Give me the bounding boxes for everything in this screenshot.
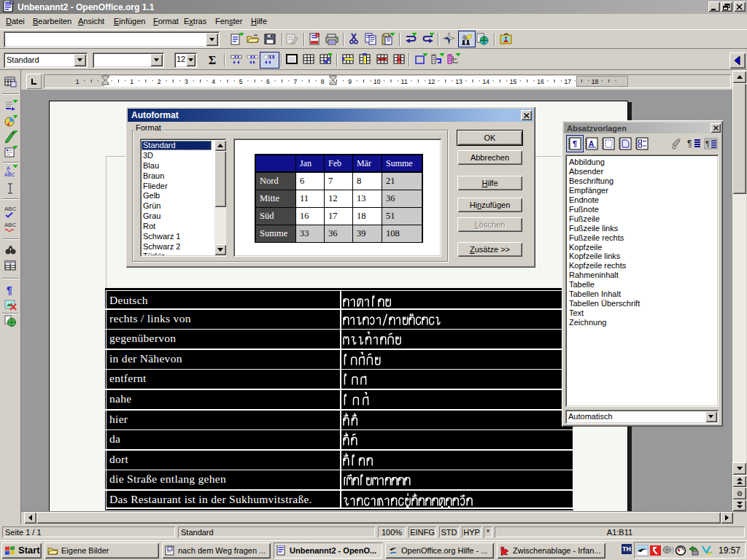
svg-text:3: 3 (185, 78, 188, 85)
svg-text:¶: ¶ (7, 284, 12, 296)
svg-text:1: 1 (130, 78, 133, 85)
svg-text:5: 5 (239, 78, 243, 85)
svg-text:¶: ¶ (687, 139, 692, 149)
svg-text:10: 10 (374, 78, 381, 85)
svg-text:17: 17 (564, 78, 571, 85)
svg-text:A: A (589, 140, 594, 148)
svg-text:14: 14 (482, 78, 489, 85)
svg-text:¶: ¶ (705, 139, 710, 148)
svg-text:ABC: ABC (4, 222, 17, 228)
svg-text:9: 9 (348, 78, 352, 85)
svg-text:7: 7 (293, 78, 297, 85)
svg-text:ABC: ABC (4, 206, 17, 212)
svg-text:A: A (7, 166, 10, 171)
svg-text:15: 15 (510, 78, 517, 85)
svg-text:16: 16 (537, 78, 544, 85)
svg-text:12: 12 (428, 78, 436, 85)
svg-text:11: 11 (401, 78, 408, 85)
svg-text:18: 18 (592, 78, 599, 85)
svg-text:1: 1 (76, 78, 80, 85)
svg-text:6: 6 (266, 78, 270, 85)
svg-text:2: 2 (158, 78, 161, 85)
svg-text:ABC: ABC (4, 172, 15, 177)
svg-text:8: 8 (321, 78, 325, 85)
svg-text:¶: ¶ (573, 139, 577, 148)
svg-text:13: 13 (455, 78, 462, 85)
svg-text:4: 4 (212, 78, 215, 85)
